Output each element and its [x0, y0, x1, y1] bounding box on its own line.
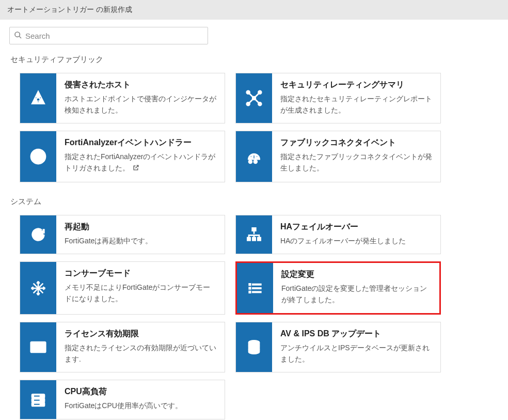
card-desc: ホストエンドポイントで侵害のインジケータが検知されました。 — [65, 94, 217, 116]
svg-point-5 — [37, 101, 39, 102]
card-reboot[interactable]: 再起動 FortiGateは再起動中です。 — [20, 215, 225, 255]
svg-point-8 — [247, 91, 250, 94]
section-title-security-fabric: セキュリティファブリック — [10, 55, 499, 65]
card-conserve-mode[interactable]: コンサーブモード メモリ不足によりFortiGateがコンサーブモードになりまし… — [20, 261, 225, 314]
svg-rect-31 — [249, 291, 251, 293]
card-desc: 指定されたFortiAnalyzerのイベントハンドラがトリガされました。 — [65, 151, 217, 174]
card-configuration-change[interactable]: 設定変更 FortiGateの設定を変更した管理者セッションが終了しました。 — [235, 261, 441, 314]
biohazard-icon — [20, 73, 56, 123]
server-icon — [20, 380, 56, 419]
card-desc: FortiGateは再起動中です。 — [65, 236, 217, 247]
card-grid-security-fabric: 侵害されたホスト ホストエンドポイントで侵害のインジケータが検知されました。 セ… — [20, 73, 499, 182]
card-grid-system: 再起動 FortiGateは再起動中です。 HAフェイルオーバー HAのフェイル… — [20, 215, 499, 419]
search-box[interactable] — [9, 27, 208, 44]
card-title: FortiAnalyzerイベントハンドラー — [65, 137, 217, 148]
card-fortianalyzer-event-handler[interactable]: FortiAnalyzerイベントハンドラー 指定されたFortiAnalyze… — [20, 131, 225, 182]
svg-point-9 — [259, 91, 262, 94]
svg-point-3 — [35, 97, 37, 99]
svg-point-0 — [15, 32, 20, 37]
page-header: オートメーショントリガー の新規作成 — [0, 0, 508, 20]
svg-point-4 — [40, 97, 41, 99]
card-desc: 指定されたファブリックコネクタイベントが発生しました。 — [280, 151, 433, 174]
section-title-system: システム — [10, 197, 499, 207]
database-icon — [236, 322, 272, 372]
svg-point-10 — [247, 103, 250, 106]
card-title: 再起動 — [65, 222, 217, 232]
card-desc: 指定されたセキュリティレーティングレポートが生成されました。 — [280, 94, 433, 116]
svg-rect-30 — [252, 287, 261, 289]
pie-chart-icon — [20, 131, 56, 181]
svg-point-18 — [256, 156, 258, 158]
card-title: ライセンス有効期限 — [65, 329, 217, 339]
list-icon — [237, 263, 273, 313]
card-title: 侵害されたホスト — [65, 80, 217, 90]
gauge-icon — [236, 131, 272, 181]
svg-rect-20 — [247, 237, 251, 241]
svg-point-45 — [42, 395, 43, 397]
card-desc: 指定されたライセンスの有効期限が近づいています. — [65, 343, 217, 365]
svg-point-11 — [259, 103, 262, 106]
card-compromised-host[interactable]: 侵害されたホスト ホストエンドポイントで侵害のインジケータが検知されました。 — [20, 73, 225, 123]
card-desc: HAのフェイルオーバーが発生しました — [280, 236, 433, 247]
svg-point-12 — [252, 97, 256, 100]
card-desc: FortiGateの設定を変更した管理者セッションが終了しました。 — [281, 283, 432, 305]
svg-point-15 — [253, 160, 257, 163]
svg-rect-22 — [258, 237, 261, 241]
card-security-rating-summary[interactable]: セキュリティレーティングサマリ 指定されたセキュリティレーティングレポートが生成… — [235, 73, 441, 123]
svg-point-14 — [248, 160, 252, 163]
card-high-cpu[interactable]: CPU高負荷 FortiGateはCPU使用率が高いです。 — [20, 380, 225, 419]
svg-point-47 — [42, 403, 43, 405]
card-title: ファブリックコネクタイベント — [280, 137, 433, 148]
svg-point-17 — [250, 156, 252, 158]
card-fabric-connector-event[interactable]: ファブリックコネクタイベント 指定されたファブリックコネクタイベントが発生しまし… — [235, 131, 441, 182]
card-av-ips-db-update[interactable]: AV & IPS DB アップデート アンチウイルスとIPSデータベースが更新さ… — [235, 322, 441, 372]
search-input[interactable] — [25, 32, 203, 40]
external-link-icon — [133, 163, 139, 175]
snowflake-icon — [20, 262, 56, 314]
search-icon — [14, 31, 22, 41]
svg-point-34 — [34, 345, 37, 348]
card-title: コンサーブモード — [65, 268, 217, 279]
card-desc: アンチウイルスとIPSデータベースが更新されました。 — [280, 343, 433, 365]
svg-rect-19 — [252, 228, 256, 231]
card-title: セキュリティレーティングサマリ — [280, 80, 433, 90]
svg-rect-32 — [252, 291, 261, 293]
svg-point-46 — [42, 399, 43, 401]
card-title: CPU高負荷 — [65, 386, 217, 397]
page-title: オートメーショントリガー の新規作成 — [7, 5, 132, 13]
card-title: 設定変更 — [281, 269, 432, 280]
card-desc: FortiGateはCPU使用率が高いです。 — [65, 400, 217, 412]
sitemap-icon — [236, 215, 272, 254]
network-sparkle-icon — [236, 73, 272, 123]
svg-rect-16 — [253, 155, 255, 159]
svg-rect-21 — [252, 237, 256, 241]
main-content: セキュリティファブリック 侵害されたホスト ホストエンドポイントで侵害のインジケ… — [0, 20, 508, 420]
svg-rect-29 — [249, 287, 251, 289]
svg-rect-27 — [249, 283, 251, 285]
card-ha-failover[interactable]: HAフェイルオーバー HAのフェイルオーバーが発生しました — [235, 215, 441, 255]
id-card-icon — [20, 322, 56, 372]
card-title: AV & IPS DB アップデート — [280, 329, 433, 339]
card-desc: メモリ不足によりFortiGateがコンサーブモードになりました。 — [65, 282, 217, 304]
card-title: HAフェイルオーバー — [280, 222, 433, 232]
svg-line-1 — [19, 36, 21, 38]
reload-icon — [20, 215, 56, 254]
svg-rect-28 — [252, 284, 261, 285]
card-license-expiry[interactable]: ライセンス有効期限 指定されたライセンスの有効期限が近づいています. — [20, 322, 225, 372]
